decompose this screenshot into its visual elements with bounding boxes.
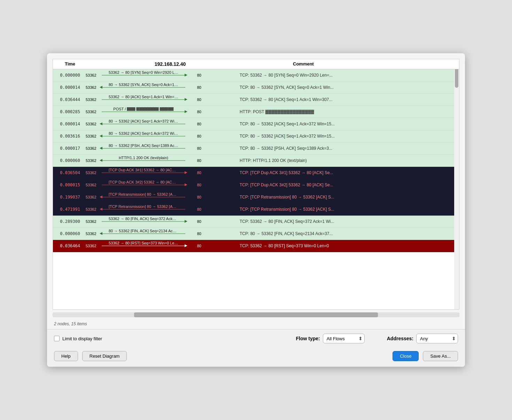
arrow-line: 80 → 53362 [ACK] Seq=1 Ack=372 Win=15... — [102, 136, 185, 137]
vertical-scrollbar[interactable] — [454, 59, 459, 309]
arrow-text: [TCP Retransmission] 80 → 53362 [ACK] S.… — [109, 204, 178, 209]
flow-row[interactable]: 0.0000175336280 → 53362 [PSH, ACK] Seq=1… — [53, 142, 459, 155]
arrow-line: 53362 → 80 [FIN, ACK] Seq=372 Ack=1 Wi..… — [102, 221, 185, 222]
arrow-line: [TCP Retransmission] 80 → 53362 [ACK] S.… — [102, 209, 185, 210]
comment-cell: TCP: 53362 → 80 [RST] Seq=373 Win=0 Len=… — [234, 243, 459, 248]
arrow-container: 53362 → 80 [ACK] Seq=1 Ack=1 Win=307... — [102, 100, 185, 100]
port-left: 53362 — [86, 146, 96, 150]
comment-cell: TCP: 80 → 53362 [ACK] Seq=1 Ack=372 Win=… — [234, 134, 459, 139]
flow-row[interactable]: 0.0036165336280 → 53362 [ACK] Seq=1 Ack=… — [53, 130, 459, 142]
arrow-text: 53362 → 80 [FIN, ACK] Seq=372 Ack=1 Wi..… — [109, 217, 178, 221]
arrow-line: 53362 → 80 [SYN] Seq=0 Win=2920 Len=... — [102, 75, 185, 76]
port-right: 80 — [197, 244, 201, 248]
arrow-container: POST / ▓▓▓ ▓▓▓▓▓▓▓▓ ▓▓▓▓▓ — [102, 112, 185, 112]
flow-row[interactable]: 0.0000145336280 → 53362 [SYN, ACK] Seq=0… — [53, 81, 459, 94]
arrow-container: 53362 → 80 [RST] Seq=373 Win=0 Len=0 — [102, 246, 185, 246]
port-left: 53362 — [86, 171, 96, 175]
arrow-line: 80 → 53362 [FIN, ACK] Seq=2134 Ack=37... — [102, 234, 185, 234]
flow-row[interactable]: 0.03650453362[TCP Dup ACK 3#1] 53362 → 8… — [53, 167, 459, 179]
time-cell: 0.000060 — [53, 158, 84, 163]
comment-cell: HTTP: HTTP/1.1 200 OK (text/plain) — [234, 158, 459, 163]
addresses-group: Addresses: AnyNetworkTransport ⬍ — [387, 334, 458, 343]
arrow-container: 80 → 53362 [PSH, ACK] Seq=1389 Ack=3... — [102, 148, 185, 149]
arrow-container: 53362 → 80 [SYN] Seq=0 Win=2920 Len=... — [102, 75, 185, 76]
arrow-text: [TCP Dup ACK 3#1] 53362 → 80 [ACK] Se... — [109, 168, 178, 172]
time-cell: 0.000014 — [53, 85, 84, 90]
port-right: 80 — [197, 110, 201, 114]
flow-row[interactable]: 0.47199153362[TCP Retransmission] 80 → 5… — [53, 203, 459, 216]
addresses-select-wrapper[interactable]: AnyNetworkTransport ⬍ — [416, 334, 458, 343]
port-right: 80 — [197, 158, 201, 163]
diagram-cell: 5336253362 → 80 [RST] Seq=373 Win=0 Len=… — [84, 240, 203, 252]
close-button[interactable]: Close — [393, 351, 419, 361]
flow-row[interactable]: 0.19903753362[TCP Retransmission] 80 → 5… — [53, 191, 459, 203]
port-left: 53362 — [86, 122, 96, 126]
h-scrollbar-thumb[interactable] — [134, 312, 378, 317]
flow-type-select[interactable]: All FlowsTCP FlowsUDP Flows — [323, 334, 365, 343]
limit-filter-checkbox[interactable] — [54, 336, 60, 341]
arrow-line: 53362 → 80 [RST] Seq=373 Win=0 Len=0 — [102, 246, 185, 246]
arrow-text: 53362 → 80 [RST] Seq=373 Win=0 Len=0 — [109, 241, 178, 245]
arrow-container: 53362 → 80 [FIN, ACK] Seq=372 Ack=1 Wi..… — [102, 221, 185, 222]
port-right: 80 — [197, 122, 201, 126]
port-right: 80 — [197, 85, 201, 90]
arrow-container: 80 → 53362 [FIN, ACK] Seq=2134 Ack=37... — [102, 234, 185, 234]
flow-row[interactable]: 0.0000145336280 → 53362 [ACK] Seq=1 Ack=… — [53, 118, 459, 130]
diagram-cell: 5336253362 → 80 [ACK] Seq=1 Ack=1 Win=30… — [84, 94, 203, 106]
time-cell: 0.000015 — [53, 182, 84, 187]
arrow-text: 80 → 53362 [ACK] Seq=1 Ack=372 Win=15... — [109, 131, 178, 135]
flow-rows-container: 0.0000005336253362 → 80 [SYN] Seq=0 Win=… — [53, 69, 459, 252]
time-cell: 0.003616 — [53, 134, 84, 139]
comment-cell: TCP: 80 → 53362 [FIN, ACK] Seq=2134 Ack=… — [234, 231, 459, 236]
flow-row[interactable]: 0.0364445336253362 → 80 [ACK] Seq=1 Ack=… — [53, 94, 459, 106]
port-left: 53362 — [86, 207, 96, 211]
time-cell: 0.000060 — [53, 231, 84, 236]
port-right: 80 — [197, 146, 201, 150]
flow-row[interactable]: 0.2893005336253362 → 80 [FIN, ACK] Seq=3… — [53, 216, 459, 228]
actions-row: Help Reset Diagram Close Save As... — [47, 348, 465, 367]
port-left: 53362 — [86, 195, 96, 199]
flow-row[interactable]: 0.00028553362POST / ▓▓▓ ▓▓▓▓▓▓▓▓ ▓▓▓▓▓80… — [53, 106, 459, 118]
port-right: 80 — [197, 219, 201, 224]
arrow-text: HTTP/1.1 200 OK (text/plain) — [119, 156, 168, 160]
comment-cell: TCP: 80 → 53362 [ACK] Seq=1 Ack=372 Win=… — [234, 122, 459, 126]
arrow-container: [TCP Retransmission] 80 → 53362 [ACK] S.… — [102, 209, 185, 210]
flow-row[interactable]: 0.0364645336253362 → 80 [RST] Seq=373 Wi… — [53, 240, 459, 252]
diagram-cell: 53362[TCP Dup ACK 3#2] 53362 → 80 [ACK] … — [84, 179, 203, 191]
port-right: 80 — [197, 73, 201, 77]
help-button[interactable]: Help — [54, 351, 78, 361]
arrow-text: [TCP Dup ACK 3#2] 53362 → 80 [ACK] Se... — [109, 180, 178, 184]
time-cell: 0.036504 — [53, 170, 84, 175]
diagram-cell: 5336280 → 53362 [ACK] Seq=1 Ack=372 Win=… — [84, 118, 203, 130]
port-right: 80 — [197, 195, 201, 199]
time-cell: 0.289300 — [53, 219, 84, 224]
time-cell: 0.000014 — [53, 122, 84, 126]
flow-row[interactable]: 0.0000005336253362 → 80 [SYN] Seq=0 Win=… — [53, 69, 459, 81]
status-bar: 2 nodes, 15 items — [47, 320, 465, 329]
addresses-label: Addresses: — [387, 336, 413, 341]
save-as-button[interactable]: Save As... — [423, 351, 458, 361]
time-cell: 0.199037 — [53, 195, 84, 200]
horizontal-scrollbar[interactable] — [53, 312, 459, 317]
diagram-cell: 53362HTTP/1.1 200 OK (text/plain)80 — [84, 155, 203, 166]
port-right: 80 — [197, 232, 201, 236]
diagram-cell: 5336253362 → 80 [FIN, ACK] Seq=372 Ack=1… — [84, 216, 203, 227]
comment-cell: TCP: 80 → 53362 [PSH, ACK] Seq=1389 Ack=… — [234, 146, 459, 151]
time-cell: 0.000000 — [53, 73, 84, 78]
arrow-container: 80 → 53362 [SYN, ACK] Seq=0 Ack=1 Win...… — [102, 87, 185, 88]
flow-row[interactable]: 0.00006053362HTTP/1.1 200 OK (text/plain… — [53, 155, 459, 167]
arrow-container: [TCP Dup ACK 3#1] 53362 → 80 [ACK] Se... — [102, 173, 185, 173]
diagram-cell: 5336280 → 53362 [ACK] Seq=1 Ack=372 Win=… — [84, 130, 203, 142]
reset-button[interactable]: Reset Diagram — [82, 351, 127, 361]
comment-cell: TCP: [TCP Retransmission] 80 → 53362 [AC… — [234, 207, 459, 212]
arrow-text: 80 → 53362 [SYN, ACK] Seq=0 Ack=1 Win...… — [109, 83, 178, 87]
arrow-line: [TCP Dup ACK 3#1] 53362 → 80 [ACK] Se... — [102, 173, 185, 173]
flow-row[interactable]: 0.00001553362[TCP Dup ACK 3#2] 53362 → 8… — [53, 179, 459, 191]
addresses-select[interactable]: AnyNetworkTransport — [416, 334, 458, 343]
time-cell: 0.036464 — [53, 243, 84, 248]
flow-row[interactable]: 0.0000605336280 → 53362 [FIN, ACK] Seq=2… — [53, 228, 459, 240]
diagram-cell: 53362[TCP Retransmission] 80 → 53362 [AC… — [84, 203, 203, 215]
flow-type-select-wrapper[interactable]: All FlowsTCP FlowsUDP Flows ⬍ — [323, 334, 365, 343]
arrow-line: [TCP Retransmission] 80 → 53362 [ACK] S.… — [102, 197, 185, 197]
diagram-cell: 5336280 → 53362 [SYN, ACK] Seq=0 Ack=1 W… — [84, 81, 203, 93]
